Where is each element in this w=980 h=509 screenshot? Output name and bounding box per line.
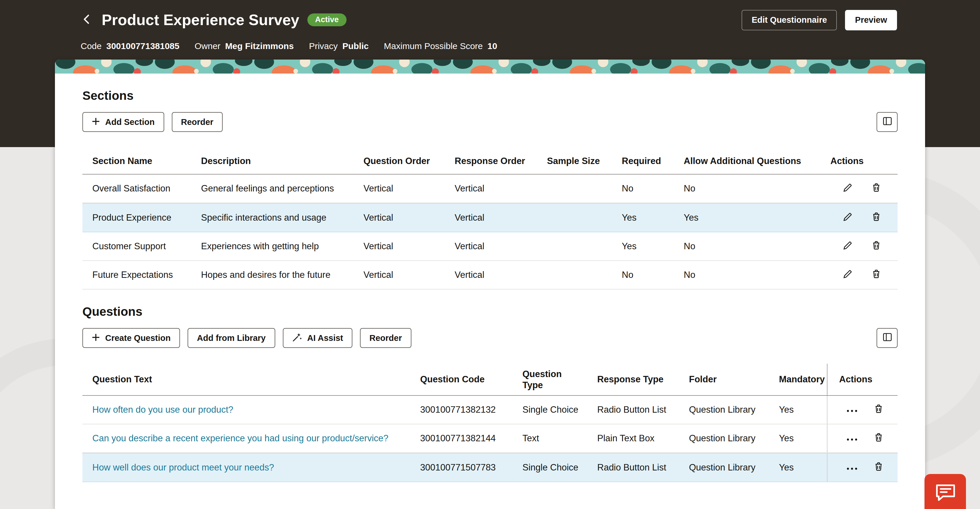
trash-icon <box>873 403 884 416</box>
pencil-icon <box>842 182 853 195</box>
section-name-cell: Future Expectations <box>83 270 201 280</box>
add-from-library-button[interactable]: Add from Library <box>188 328 275 348</box>
question-link[interactable]: How well does our product meet your need… <box>92 462 274 472</box>
reorder-questions-button[interactable]: Reorder <box>360 328 411 348</box>
table-row[interactable]: Overall Satisfaction General feelings an… <box>83 174 897 203</box>
meta-owner: Owner Meg Fitzimmons <box>195 41 294 51</box>
description-cell: General feelings and perceptions <box>201 183 363 194</box>
required-cell: Yes <box>622 212 684 223</box>
trash-icon <box>871 182 882 195</box>
delete-question-button[interactable] <box>872 402 885 417</box>
magic-wand-icon <box>292 332 302 344</box>
table-row[interactable]: Customer Support Experiences with gettin… <box>83 232 897 261</box>
response-type-cell: Radio Button List <box>597 404 689 415</box>
table-row[interactable]: How often do you use our product? 300100… <box>83 396 897 424</box>
add-section-button[interactable]: Add Section <box>83 112 164 132</box>
allow-additional-cell: No <box>684 270 830 280</box>
response-order-cell: Vertical <box>455 183 547 194</box>
feedback-button[interactable] <box>924 474 966 509</box>
chevron-left-icon <box>82 14 92 26</box>
mandatory-cell: Yes <box>779 404 827 415</box>
pencil-icon <box>842 211 853 224</box>
edit-section-button[interactable] <box>841 267 854 282</box>
delete-section-button[interactable] <box>870 210 883 225</box>
section-name-cell: Overall Satisfaction <box>83 183 201 194</box>
allow-additional-cell: No <box>684 241 830 252</box>
ai-assist-button[interactable]: AI Assist <box>283 328 352 348</box>
row-actions <box>827 396 897 424</box>
sections-table-header: Section Name Description Question Order … <box>83 147 897 174</box>
response-type-cell: Plain Text Box <box>597 433 689 444</box>
row-actions <box>830 261 897 289</box>
ellipsis-icon <box>846 405 858 414</box>
screen: Product Experience Survey Active Edit Qu… <box>0 0 980 509</box>
folder-cell: Question Library <box>689 433 779 444</box>
questions-toolbar: Create Question Add from Library AI Assi… <box>83 328 897 348</box>
edit-section-button[interactable] <box>841 181 854 196</box>
folder-cell: Question Library <box>689 462 779 473</box>
questions-heading: Questions <box>83 305 897 319</box>
question-type-cell: Single Choice <box>522 404 597 415</box>
response-type-cell: Radio Button List <box>597 462 689 473</box>
ellipsis-icon <box>846 434 858 443</box>
table-row[interactable]: Future Expectations Hopes and desires fo… <box>83 261 897 290</box>
delete-section-button[interactable] <box>870 267 883 282</box>
edit-section-button[interactable] <box>841 210 854 225</box>
edit-section-button[interactable] <box>841 239 854 254</box>
question-text-cell: Can you describe a recent experience you… <box>83 433 420 444</box>
question-code-cell: 300100771382144 <box>420 433 522 444</box>
questions-table: Question Text Question Code Question Typ… <box>83 364 897 482</box>
meta-code: Code 300100771381085 <box>81 41 180 51</box>
required-cell: No <box>622 270 684 280</box>
preview-button[interactable]: Preview <box>845 10 897 30</box>
table-row[interactable]: Product Experience Specific interactions… <box>83 203 897 232</box>
table-row[interactable]: Can you describe a recent experience you… <box>83 424 897 453</box>
more-actions-button[interactable] <box>845 433 859 444</box>
row-actions <box>830 174 897 203</box>
more-actions-button[interactable] <box>845 404 859 415</box>
delete-question-button[interactable] <box>872 431 885 446</box>
section-name-cell: Customer Support <box>83 241 201 252</box>
trash-icon <box>871 240 882 253</box>
question-order-cell: Vertical <box>363 270 455 280</box>
back-button[interactable] <box>81 13 94 27</box>
chat-bubble-icon <box>934 482 956 504</box>
question-link[interactable]: How often do you use our product? <box>92 404 234 414</box>
question-code-cell: 300100771382132 <box>420 404 522 415</box>
meta-privacy: Privacy Public <box>309 41 368 51</box>
questions-manage-columns-button[interactable] <box>877 328 897 348</box>
trash-icon <box>873 461 884 474</box>
create-question-button[interactable]: Create Question <box>83 328 180 348</box>
edit-questionnaire-button[interactable]: Edit Questionnaire <box>742 10 837 30</box>
sections-manage-columns-button[interactable] <box>877 112 897 132</box>
delete-section-button[interactable] <box>870 181 883 196</box>
plus-icon <box>92 333 100 343</box>
sections-heading: Sections <box>83 89 897 103</box>
survey-card: Sections Add Section Reorder <box>55 60 925 509</box>
allow-additional-cell: Yes <box>684 212 830 223</box>
response-order-cell: Vertical <box>455 270 547 280</box>
question-order-cell: Vertical <box>363 212 455 223</box>
question-link[interactable]: Can you describe a recent experience you… <box>92 433 388 443</box>
delete-section-button[interactable] <box>870 239 883 254</box>
more-actions-button[interactable] <box>845 462 859 473</box>
question-type-cell: Single Choice <box>522 462 597 473</box>
response-order-cell: Vertical <box>455 241 547 252</box>
delete-question-button[interactable] <box>872 460 885 475</box>
question-text-cell: How well does our product meet your need… <box>83 462 420 473</box>
reorder-sections-button[interactable]: Reorder <box>172 112 223 132</box>
ellipsis-icon <box>846 463 858 472</box>
description-cell: Experiences with getting help <box>201 241 363 252</box>
pencil-icon <box>842 240 853 253</box>
sections-table: Section Name Description Question Order … <box>83 147 897 290</box>
row-actions <box>827 424 897 452</box>
manage-columns-icon <box>882 332 892 344</box>
questions-table-header: Question Text Question Code Question Typ… <box>83 364 897 396</box>
description-cell: Specific interactions and usage <box>201 212 363 223</box>
row-actions <box>827 454 897 482</box>
trash-icon <box>871 211 882 224</box>
question-text-cell: How often do you use our product? <box>83 404 420 415</box>
section-name-cell: Product Experience <box>83 212 201 223</box>
meta-max-score: Maximum Possible Score 10 <box>384 41 497 51</box>
table-row[interactable]: How well does our product meet your need… <box>83 453 897 482</box>
